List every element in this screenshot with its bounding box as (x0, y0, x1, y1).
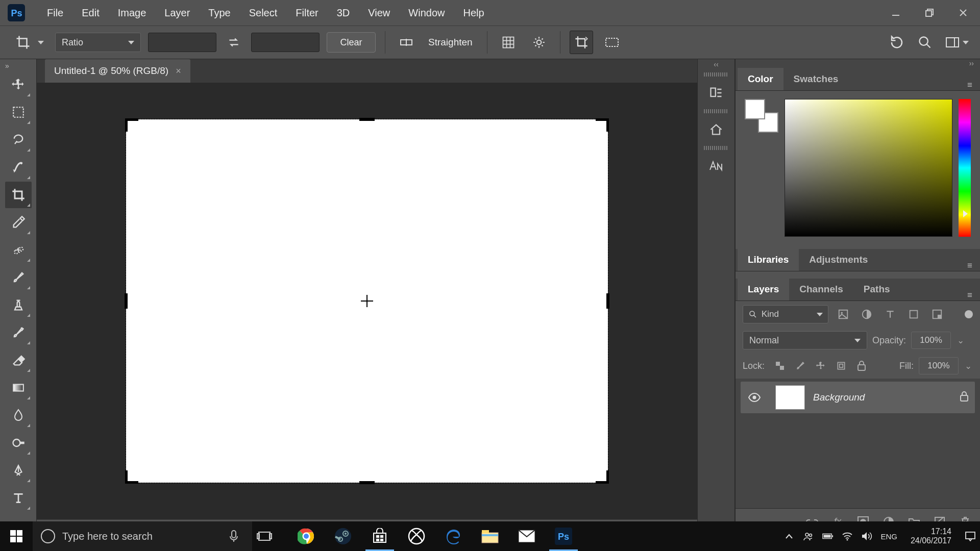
move-tool[interactable] (5, 71, 32, 98)
lock-pixels-icon[interactable] (793, 359, 807, 373)
document-tab[interactable]: Untitled-1 @ 50% (RGB/8) × (45, 59, 190, 83)
lock-all-icon[interactable] (854, 359, 869, 373)
filter-pixel-icon[interactable] (835, 306, 852, 323)
panel-menu-icon[interactable]: ≡ (960, 261, 980, 271)
lock-position-icon[interactable] (814, 359, 828, 373)
layer-lock-icon[interactable] (960, 391, 969, 404)
taskbar-chrome-icon[interactable] (288, 521, 325, 551)
pen-tool[interactable] (5, 457, 32, 484)
tray-overflow-icon[interactable] (783, 531, 795, 542)
taskbar-mail-icon[interactable] (508, 521, 545, 551)
crop-handle-top-right[interactable] (596, 118, 609, 132)
tab-swatches[interactable]: Swatches (783, 68, 849, 90)
content-aware-icon[interactable] (600, 31, 624, 54)
crop-options-gear-icon[interactable] (527, 31, 551, 54)
tray-clock[interactable]: 17:14 24/06/2017 (911, 527, 951, 546)
menu-view[interactable]: View (359, 0, 399, 26)
delete-cropped-pixels-icon[interactable] (570, 31, 593, 54)
color-field[interactable] (785, 99, 952, 237)
crop-handle-top[interactable] (359, 118, 375, 121)
tab-color[interactable]: Color (738, 68, 783, 90)
menu-filter[interactable]: Filter (286, 0, 327, 26)
clone-stamp-tool[interactable] (5, 292, 32, 318)
taskbar-edge-icon[interactable] (435, 521, 472, 551)
tab-paths[interactable]: Paths (853, 278, 900, 300)
crop-tool[interactable] (5, 182, 32, 208)
blur-tool[interactable] (5, 402, 32, 429)
taskbar-store-icon[interactable] (361, 521, 398, 551)
reset-crop-icon[interactable] (889, 35, 904, 50)
workspace-dropdown[interactable] (963, 41, 969, 44)
panel-grip[interactable] (704, 146, 728, 150)
layer-name[interactable]: Background (813, 392, 865, 403)
properties-panel-icon[interactable] (704, 117, 728, 142)
tab-channels[interactable]: Channels (789, 278, 853, 300)
tray-people-icon[interactable] (803, 531, 814, 542)
healing-brush-tool[interactable] (5, 237, 32, 263)
filter-toggle[interactable] (965, 310, 973, 318)
menu-help[interactable]: Help (454, 0, 493, 26)
tray-wifi-icon[interactable] (842, 531, 853, 542)
fill-input[interactable]: 100% (919, 357, 959, 374)
start-button[interactable] (0, 521, 33, 551)
layer-filter-kind-select[interactable]: Kind (743, 305, 828, 323)
crop-handle-left[interactable] (125, 293, 128, 309)
close-tab-icon[interactable]: × (176, 66, 181, 77)
panel-grip[interactable] (704, 109, 728, 113)
filter-shape-icon[interactable] (905, 306, 922, 323)
menu-edit[interactable]: Edit (72, 0, 108, 26)
tab-adjustments[interactable]: Adjustments (799, 248, 878, 271)
tool-preset-dropdown[interactable] (38, 41, 48, 44)
history-brush-tool[interactable] (5, 319, 32, 346)
history-panel-icon[interactable] (704, 81, 728, 105)
filter-smart-icon[interactable] (928, 306, 946, 323)
lock-transparency-icon[interactable] (773, 359, 787, 373)
gradient-tool[interactable] (5, 374, 32, 401)
panel-menu-icon[interactable]: ≡ (960, 80, 980, 90)
collapse-panels-icon[interactable]: ›› (736, 59, 980, 68)
expand-column-icon[interactable]: ‹‹ (698, 59, 734, 68)
lasso-tool[interactable] (5, 127, 32, 153)
workspace-switcher-icon[interactable] (945, 36, 960, 48)
overlay-grid-icon[interactable] (497, 31, 520, 54)
type-tool[interactable] (5, 485, 32, 511)
window-minimize-button[interactable] (879, 4, 913, 22)
opacity-input[interactable]: 100% (911, 332, 951, 349)
canvas[interactable] (126, 119, 608, 483)
rectangular-marquee-tool[interactable] (5, 99, 32, 126)
brush-tool[interactable] (5, 264, 32, 291)
menu-window[interactable]: Window (399, 0, 454, 26)
crop-handle-bottom[interactable] (359, 481, 375, 484)
crop-handle-right[interactable] (606, 293, 609, 309)
crop-handle-bottom-left[interactable] (125, 470, 138, 484)
expand-tools-icon[interactable]: » (0, 61, 36, 70)
foreground-background-swatch[interactable] (745, 99, 778, 133)
menu-file[interactable]: File (38, 0, 72, 26)
search-icon[interactable] (918, 35, 932, 49)
swap-dimensions-icon[interactable] (224, 32, 244, 53)
lock-artboard-icon[interactable] (834, 359, 848, 373)
menu-type[interactable]: Type (199, 0, 239, 26)
crop-width-input[interactable] (148, 33, 216, 52)
tab-libraries[interactable]: Libraries (738, 248, 799, 271)
fill-dropdown[interactable]: ⌄ (964, 361, 973, 371)
window-close-button[interactable] (946, 4, 980, 22)
character-panel-icon[interactable] (704, 154, 728, 179)
clear-button[interactable]: Clear (327, 32, 376, 53)
crop-handle-top-left[interactable] (125, 118, 138, 132)
window-restore-button[interactable] (913, 4, 946, 22)
tray-notifications-icon[interactable] (965, 531, 976, 542)
mic-icon[interactable] (224, 530, 244, 542)
visibility-eye-icon[interactable] (747, 393, 762, 402)
tray-volume-icon[interactable] (861, 531, 872, 542)
layer-item[interactable]: Background (741, 382, 975, 413)
tray-language[interactable]: ENG (880, 532, 897, 541)
taskbar-xbox-icon[interactable] (398, 521, 435, 551)
opacity-dropdown[interactable]: ⌄ (956, 335, 965, 346)
taskbar-photoshop-icon[interactable]: Ps (545, 521, 582, 551)
eraser-tool[interactable] (5, 347, 32, 373)
crop-aspect-select[interactable]: Ratio (55, 33, 141, 52)
menu-layer[interactable]: Layer (155, 0, 199, 26)
eyedropper-tool[interactable] (5, 209, 32, 236)
filter-type-icon[interactable] (881, 306, 899, 323)
